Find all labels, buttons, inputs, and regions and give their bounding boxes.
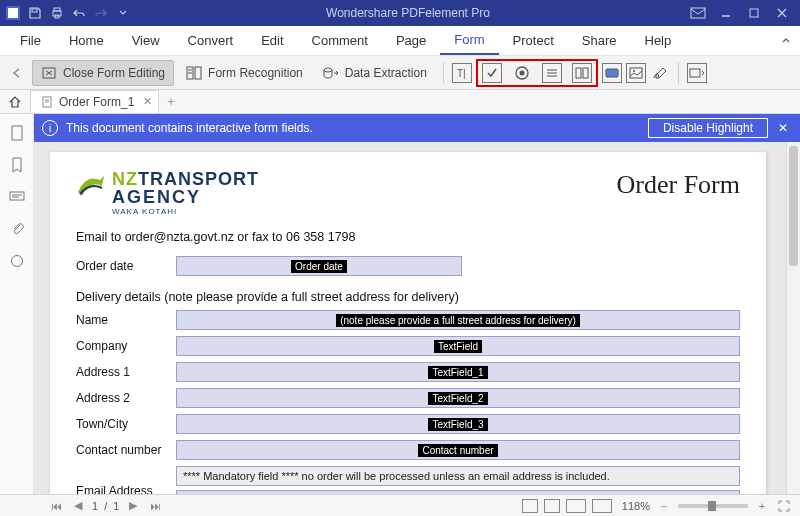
menu-home[interactable]: Home — [55, 27, 118, 54]
two-page-view-icon[interactable] — [566, 499, 586, 513]
field-contact[interactable]: Contact number — [176, 440, 740, 460]
app-icon — [4, 4, 22, 22]
redo-icon[interactable] — [92, 4, 110, 22]
svg-rect-1 — [8, 8, 18, 18]
document-area: i This document contains interactive for… — [34, 114, 800, 494]
attachments-icon[interactable] — [8, 220, 26, 238]
maximize-button[interactable] — [740, 0, 768, 26]
form-recognition-button[interactable]: Form Recognition — [178, 61, 311, 85]
left-sidebar — [0, 114, 34, 494]
zoom-controls: 118% − + — [622, 500, 792, 512]
delivery-section-heading: Delivery details (note please provide a … — [76, 290, 740, 304]
field-towncity[interactable]: TextField_3 — [176, 414, 740, 434]
svg-rect-8 — [750, 9, 758, 17]
field-name[interactable]: (note please provide a full street addre… — [176, 310, 740, 330]
workspace: i This document contains interactive for… — [0, 114, 800, 494]
thumbnails-icon[interactable] — [8, 124, 26, 142]
data-extraction-button[interactable]: Data Extraction — [315, 61, 435, 85]
field-address2[interactable]: TextField_2 — [176, 388, 740, 408]
row-address1: Address 1 TextField_1 — [76, 362, 740, 382]
document-tab-label: Order Form_1 — [59, 95, 134, 109]
field-address1[interactable]: TextField_1 — [176, 362, 740, 382]
label-contact: Contact number — [76, 443, 168, 457]
fullscreen-icon[interactable] — [776, 500, 792, 512]
page-viewport[interactable]: NZTRANSPORT AGENCY WAKA KOTAHI Order For… — [34, 142, 786, 494]
logo: NZTRANSPORT AGENCY WAKA KOTAHI — [76, 170, 259, 216]
zoom-slider-thumb[interactable] — [708, 501, 716, 511]
text-field-tool[interactable]: T| — [452, 63, 472, 83]
two-continuous-view-icon[interactable] — [592, 499, 612, 513]
last-page-icon[interactable]: ⏭ — [147, 500, 163, 512]
radio-button-tool[interactable] — [512, 63, 532, 83]
more-fields-tool[interactable] — [687, 63, 707, 83]
menu-page[interactable]: Page — [382, 27, 440, 54]
signature-tool[interactable] — [650, 63, 670, 83]
menu-comment[interactable]: Comment — [298, 27, 382, 54]
zoom-value[interactable]: 118% — [622, 500, 650, 512]
continuous-view-icon[interactable] — [544, 499, 560, 513]
image-tool[interactable] — [626, 63, 646, 83]
page-navigation: ⏮ ◀ 1 / 1 ▶ ⏭ — [48, 499, 163, 512]
fieldname-company: TextField — [434, 340, 482, 353]
combo-box-tool[interactable] — [542, 63, 562, 83]
document-title: Order Form — [617, 170, 740, 200]
menu-form[interactable]: Form — [440, 26, 498, 55]
zoom-in-icon[interactable]: + — [754, 500, 770, 512]
field-order-date[interactable]: Order date — [176, 256, 462, 276]
next-page-icon[interactable]: ▶ — [125, 499, 141, 512]
qat-dropdown-icon[interactable] — [114, 4, 132, 22]
form-toolbar: Close Form Editing Form Recognition Data… — [0, 56, 800, 90]
print-icon[interactable] — [48, 4, 66, 22]
collapse-ribbon-icon[interactable] — [780, 34, 792, 46]
close-form-editing-button[interactable]: Close Form Editing — [32, 60, 174, 86]
menu-edit[interactable]: Edit — [247, 27, 297, 54]
menu-help[interactable]: Help — [631, 27, 686, 54]
mandatory-note: **** Mandatory field **** no order will … — [176, 466, 740, 486]
menu-convert[interactable]: Convert — [174, 27, 248, 54]
tab-close-icon[interactable]: ✕ — [143, 95, 152, 108]
field-company[interactable]: TextField — [176, 336, 740, 356]
undo-icon[interactable] — [70, 4, 88, 22]
window-controls — [684, 0, 796, 26]
banner-close-icon[interactable]: ✕ — [774, 121, 792, 135]
menu-share[interactable]: Share — [568, 27, 631, 54]
close-form-icon — [41, 65, 57, 81]
scrollbar-thumb[interactable] — [789, 146, 798, 266]
svg-rect-21 — [576, 68, 581, 78]
comments-icon[interactable] — [8, 188, 26, 206]
toolbar-back-icon[interactable] — [6, 62, 28, 84]
vertical-scrollbar[interactable] — [786, 142, 800, 494]
label-company: Company — [76, 339, 168, 353]
mail-icon[interactable] — [684, 0, 712, 26]
toolbar-separator — [443, 62, 444, 84]
zoom-slider[interactable] — [678, 504, 748, 508]
menu-file[interactable]: File — [6, 27, 55, 54]
label-name: Name — [76, 313, 168, 327]
new-tab-button[interactable]: ＋ — [159, 90, 183, 113]
prev-page-icon[interactable]: ◀ — [70, 499, 86, 512]
logo-agency: AGENCY — [112, 188, 259, 206]
button-tool[interactable] — [602, 63, 622, 83]
single-page-view-icon[interactable] — [522, 499, 538, 513]
list-box-tool[interactable] — [572, 63, 592, 83]
home-tab-button[interactable] — [0, 90, 30, 113]
minimize-button[interactable] — [712, 0, 740, 26]
save-icon[interactable] — [26, 4, 44, 22]
close-button[interactable] — [768, 0, 796, 26]
svg-point-14 — [324, 68, 332, 72]
first-page-icon[interactable]: ⏮ — [48, 500, 64, 512]
document-icon — [41, 96, 53, 108]
page-current[interactable]: 1 — [92, 500, 98, 512]
svg-rect-30 — [12, 126, 22, 140]
disable-highlight-button[interactable]: Disable Highlight — [648, 118, 768, 138]
menu-protect[interactable]: Protect — [499, 27, 568, 54]
svg-point-25 — [633, 70, 635, 72]
menu-view[interactable]: View — [118, 27, 174, 54]
checkbox-tool[interactable] — [482, 63, 502, 83]
zoom-out-icon[interactable]: − — [656, 500, 672, 512]
search-panel-icon[interactable] — [8, 252, 26, 270]
toolbar-separator-2 — [678, 62, 679, 84]
svg-point-17 — [519, 70, 524, 75]
document-tab[interactable]: Order Form_1 ✕ — [30, 90, 159, 113]
bookmarks-icon[interactable] — [8, 156, 26, 174]
